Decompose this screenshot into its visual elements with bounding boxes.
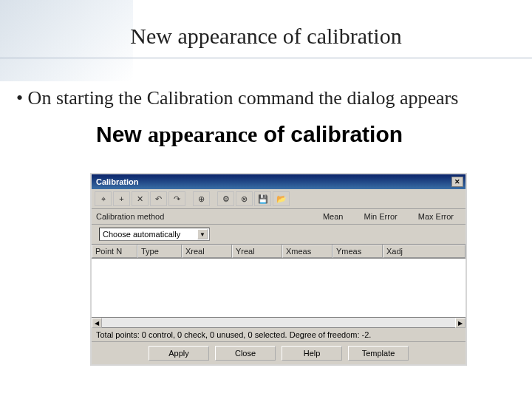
open-icon[interactable]: 📂	[273, 191, 290, 206]
dialog-title-text: Calibration	[96, 177, 138, 186]
undo-icon[interactable]: ↶	[150, 191, 167, 206]
scroll-left-icon[interactable]: ◀	[92, 318, 102, 328]
clear-icon[interactable]: ⊗	[236, 191, 253, 206]
mean-label: Mean	[323, 212, 344, 221]
chevron-down-icon[interactable]: ▼	[197, 229, 208, 239]
close-button[interactable]: Close	[215, 346, 276, 361]
zoom-icon[interactable]: ⊕	[193, 191, 210, 206]
max-error-label: Max Error	[418, 212, 454, 221]
dialog-button-row: Apply Close Help Template	[92, 342, 466, 364]
redo-icon[interactable]: ↷	[168, 191, 185, 206]
toolbar-separator	[187, 191, 191, 206]
scroll-right-icon[interactable]: ▶	[455, 318, 466, 328]
horizontal-scrollbar[interactable]: ◀ ▶	[92, 318, 466, 328]
slide-bullet-text: • On starting the Calibration command th…	[16, 87, 458, 109]
target-icon[interactable]: ⌖	[95, 191, 112, 206]
col-point-n[interactable]: Point N	[92, 245, 137, 258]
help-button[interactable]: Help	[282, 346, 342, 361]
min-error-label: Min Error	[364, 212, 397, 221]
title-underline	[0, 58, 532, 58]
template-button[interactable]: Template	[348, 346, 409, 361]
method-row: Calibration method Mean Min Error Max Er…	[92, 209, 466, 225]
toolbar-separator	[211, 191, 216, 206]
add-point-icon[interactable]: +	[113, 191, 130, 206]
sub-heading-pre: New	[96, 122, 148, 146]
col-xadj[interactable]: Xadj	[383, 245, 466, 258]
scroll-track[interactable]	[102, 318, 455, 327]
delete-point-icon[interactable]: ✕	[132, 191, 149, 206]
calibration-dialog: Calibration ✕ ⌖ + ✕ ↶ ↷ ⊕ ⚙ ⊗ 💾 📂 Calibr…	[90, 173, 467, 366]
points-table-header: Point N Type Xreal Yreal Xmeas Ymeas Xad…	[92, 245, 466, 259]
calibration-method-value: Choose automatically	[103, 230, 180, 239]
col-yreal[interactable]: Yreal	[232, 245, 282, 258]
col-xreal[interactable]: Xreal	[182, 245, 232, 258]
slide-sub-heading: New appearance of calibration	[96, 122, 403, 147]
col-type[interactable]: Type	[137, 245, 182, 258]
method-label: Calibration method	[96, 212, 164, 221]
gear-icon[interactable]: ⚙	[217, 191, 234, 206]
dialog-toolbar: ⌖ + ✕ ↶ ↷ ⊕ ⚙ ⊗ 💾 📂	[92, 189, 466, 209]
col-xmeas[interactable]: Xmeas	[282, 245, 332, 258]
col-ymeas[interactable]: Ymeas	[332, 245, 383, 258]
method-dropdown-row: Choose automatically ▼	[92, 225, 466, 245]
save-icon[interactable]: 💾	[254, 191, 271, 206]
calibration-method-select[interactable]: Choose automatically ▼	[99, 228, 210, 241]
status-text: Total points: 0 control, 0 check, 0 unus…	[92, 328, 466, 342]
close-icon[interactable]: ✕	[451, 177, 463, 187]
error-stats-labels: Mean Min Error Max Error	[323, 212, 461, 221]
apply-button[interactable]: Apply	[149, 346, 209, 361]
slide-title: New appearance of calibration	[0, 24, 532, 49]
points-table-body[interactable]	[92, 259, 466, 318]
dialog-titlebar[interactable]: Calibration ✕	[92, 174, 466, 189]
sub-heading-post: of calibration	[257, 122, 403, 146]
sub-heading-mid: appearance	[148, 122, 257, 146]
